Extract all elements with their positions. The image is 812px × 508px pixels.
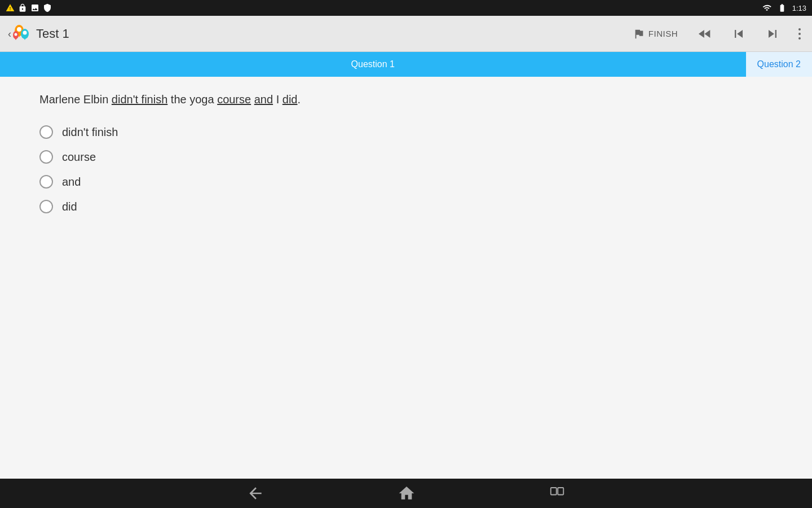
alert-icon [6,3,15,12]
question-bar: Question 1 Question 2 [0,52,812,77]
option-4[interactable]: did [39,200,773,213]
battery-icon [776,3,788,12]
more-dot-2 [798,33,801,35]
question-2-label: Question 2 [757,59,801,69]
toolbar-title: Test 1 [36,27,69,41]
more-dot-1 [798,28,801,30]
lock-icon [18,3,27,12]
sentence-prefix: Marlene Elbin [39,93,112,106]
home-nav-button[interactable] [393,480,420,507]
finish-button[interactable]: FINISH [627,24,683,43]
status-bar: 1:13 [0,0,812,16]
main-content: Marlene Elbin didn't finish the yoga cou… [0,77,812,479]
skip-back-icon [731,26,747,42]
svg-rect-10 [551,488,557,495]
svg-marker-9 [14,37,17,40]
finish-label: FINISH [648,29,678,38]
sentence-middle-3: I [273,93,283,106]
more-dot-3 [798,37,801,40]
svg-point-8 [15,33,17,36]
skip-forward-button[interactable] [760,21,785,46]
recents-icon [549,485,566,502]
radio-1[interactable] [39,125,53,139]
bottom-nav [0,479,812,508]
radio-3[interactable] [39,175,53,189]
option-2[interactable]: course [39,150,773,164]
sentence-suffix: . [297,93,301,106]
wifi-icon [762,3,772,12]
svg-point-5 [23,30,27,34]
finish-icon [633,28,645,40]
svg-rect-11 [558,488,563,495]
back-nav-button[interactable] [242,480,269,507]
skip-back-button[interactable] [726,21,751,46]
question-1-tab[interactable]: Question 1 [0,52,746,77]
underline-2: course [217,93,251,106]
option-3[interactable]: and [39,175,773,189]
radio-2[interactable] [39,150,53,164]
underline-4: did [283,93,298,106]
options-list: didn't finish course and did [39,125,773,213]
svg-point-2 [17,27,21,32]
option-1-label: didn't finish [62,126,118,139]
question-2-tab[interactable]: Question 2 [746,52,812,77]
option-4-label: did [62,200,77,213]
option-2-label: course [62,151,96,164]
more-menu-button[interactable] [794,24,805,44]
shield-icon [43,3,52,12]
skip-forward-icon [765,26,780,42]
back-arrow-icon [246,484,264,502]
status-bar-right: 1:13 [762,3,806,12]
status-bar-left [6,3,52,12]
question-sentence: Marlene Elbin didn't finish the yoga cou… [39,90,773,108]
toolbar: ‹ Test 1 FINISH [0,16,812,52]
option-1[interactable]: didn't finish [39,125,773,139]
rewind-button[interactable] [692,21,717,46]
underline-1: didn't finish [112,93,167,106]
option-3-label: and [62,176,81,189]
sentence-middle-1: the yoga [167,93,217,106]
toolbar-right: FINISH [627,21,805,46]
status-time: 1:13 [792,4,806,12]
underline-3: and [254,93,273,106]
svg-text:‹: ‹ [8,28,11,40]
rewind-icon [697,26,713,42]
home-icon [398,484,416,502]
question-1-label: Question 1 [351,59,395,69]
radio-4[interactable] [39,200,53,213]
recents-nav-button[interactable] [544,480,570,506]
toolbar-left: ‹ Test 1 [7,21,621,46]
image-icon [30,3,39,12]
app-logo: ‹ [7,21,32,46]
